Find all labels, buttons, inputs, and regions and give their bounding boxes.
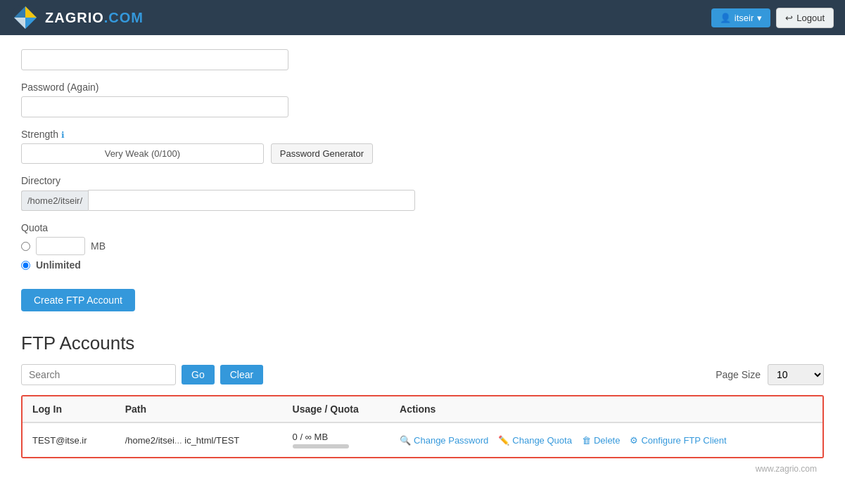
action-links: 🔍 Change Password ✏️ Change Quota 🗑 Dele…: [400, 435, 813, 446]
strength-label: Strength ℹ: [21, 129, 824, 140]
change-password-label: Change Password: [414, 435, 488, 446]
user-icon: 👤: [720, 13, 731, 23]
cell-login: TEST@itse.ir: [23, 422, 115, 457]
quota-radio[interactable]: [21, 242, 30, 251]
brand-name: ZAGRIO.COM: [45, 10, 144, 26]
logout-label: Logout: [796, 13, 825, 23]
directory-input[interactable]: [88, 190, 415, 211]
gear-icon: ⚙: [630, 435, 638, 446]
strength-row: Very Weak (0/100) Password Generator: [21, 143, 373, 164]
password-top-input[interactable]: [21, 49, 288, 70]
strength-bar: Very Weak (0/100): [21, 143, 264, 164]
key-icon: 🔍: [400, 435, 411, 446]
directory-row: /home2/itseir/: [21, 190, 415, 211]
navbar: ZAGRIO.COM 👤 itseir ▾ ↩ Logout: [0, 0, 845, 35]
quota-unit-label: MB: [91, 240, 106, 252]
page-size-section: Page Size 10 25 50 100: [716, 364, 824, 385]
change-quota-link[interactable]: ✏️ Change Quota: [498, 435, 572, 446]
path-prefix: /home2/itsei: [125, 435, 174, 446]
configure-ftp-link[interactable]: ⚙ Configure FTP Client: [630, 435, 726, 446]
usage-bar: [293, 444, 349, 448]
strength-group: Strength ℹ Very Weak (0/100) Password Ge…: [21, 129, 824, 164]
delete-label: Delete: [594, 435, 621, 446]
col-path: Path: [115, 396, 283, 422]
brand-text: ZAGRIO: [45, 10, 104, 25]
ftp-table-head: Log In Path Usage / Quota Actions: [23, 396, 822, 422]
strength-info-icon[interactable]: ℹ: [61, 130, 65, 140]
change-quota-label: Change Quota: [512, 435, 572, 446]
password-again-label: Password (Again): [21, 82, 824, 93]
quota-input[interactable]: 2000: [36, 237, 85, 255]
clear-button[interactable]: Clear: [220, 365, 263, 385]
username-label: itseir: [735, 13, 754, 23]
col-actions: Actions: [390, 396, 822, 422]
pencil-icon: ✏️: [498, 435, 509, 446]
quota-label: Quota: [21, 222, 824, 233]
usage-text: 0 / ∞ MB: [293, 432, 380, 442]
change-password-link[interactable]: 🔍 Change Password: [400, 435, 488, 446]
brand: ZAGRIO.COM: [11, 4, 144, 32]
password-generator-button[interactable]: Password Generator: [271, 143, 373, 164]
path-suffix: ic_html/TEST: [184, 435, 239, 446]
navbar-right: 👤 itseir ▾ ↩ Logout: [711, 8, 834, 28]
password-again-group: Password (Again): [21, 82, 824, 117]
search-input[interactable]: [21, 364, 176, 385]
unlimited-row: Unlimited: [21, 259, 824, 271]
main-content: Password (Again) Strength ℹ Very Weak (0…: [0, 35, 845, 504]
table-row: TEST@itse.ir /home2/itsei... ic_html/TES…: [23, 422, 822, 457]
create-ftp-button[interactable]: Create FTP Account: [21, 289, 135, 311]
logo-icon: [11, 4, 39, 32]
ftp-table-wrapper: Log In Path Usage / Quota Actions TEST@i…: [21, 395, 824, 458]
ftp-table-header-row: Log In Path Usage / Quota Actions: [23, 396, 822, 422]
go-button[interactable]: Go: [182, 365, 215, 385]
delete-link[interactable]: 🗑 Delete: [582, 435, 621, 446]
page-size-select[interactable]: 10 25 50 100: [768, 364, 824, 385]
ftp-accounts-title: FTP Accounts: [21, 332, 824, 354]
cell-path: /home2/itsei... ic_html/TEST: [115, 422, 283, 457]
col-login: Log In: [23, 396, 115, 422]
directory-group: Directory /home2/itseir/: [21, 175, 824, 211]
footer-watermark: www.zagrio.com: [21, 458, 824, 477]
quota-mb-row: 2000 MB: [21, 237, 824, 255]
unlimited-radio[interactable]: [21, 261, 30, 270]
ftp-table: Log In Path Usage / Quota Actions TEST@i…: [23, 396, 822, 457]
password-top-group: [21, 49, 824, 70]
cell-actions: 🔍 Change Password ✏️ Change Quota 🗑 Dele…: [390, 422, 822, 457]
chevron-down-icon: ▾: [757, 13, 762, 23]
user-menu-button[interactable]: 👤 itseir ▾: [711, 8, 770, 27]
ftp-table-body: TEST@itse.ir /home2/itsei... ic_html/TES…: [23, 422, 822, 457]
search-row: Go Clear Page Size 10 25 50 100: [21, 364, 824, 385]
brand-suffix: .COM: [104, 10, 144, 25]
trash-icon: 🗑: [582, 435, 591, 446]
directory-prefix: /home2/itseir/: [21, 190, 88, 211]
quota-section: Quota 2000 MB Unlimited: [21, 222, 824, 271]
configure-ftp-label: Configure FTP Client: [641, 435, 726, 446]
col-usage: Usage / Quota: [283, 396, 390, 422]
cell-usage: 0 / ∞ MB: [283, 422, 390, 457]
page-size-label: Page Size: [716, 369, 761, 380]
logout-icon: ↩: [785, 13, 793, 23]
path-ellipsis-icon: ...: [174, 435, 182, 446]
unlimited-label: Unlimited: [36, 259, 81, 271]
logout-button[interactable]: ↩ Logout: [776, 8, 834, 28]
directory-label: Directory: [21, 175, 824, 186]
password-again-input[interactable]: [21, 96, 288, 117]
